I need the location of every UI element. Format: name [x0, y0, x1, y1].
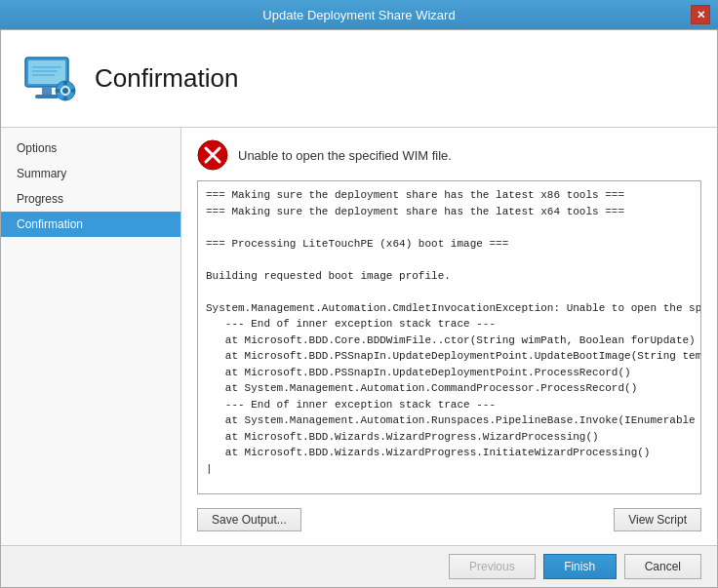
dialog: Confirmation Options Summary Progress Co…	[0, 29, 718, 588]
svg-point-9	[62, 88, 68, 94]
sidebar: Options Summary Progress Confirmation	[1, 128, 181, 545]
svg-rect-1	[28, 60, 65, 84]
title-bar-title: Update Deployment Share Wizard	[27, 8, 691, 22]
sidebar-item-options[interactable]: Options	[1, 136, 180, 161]
dialog-body: Options Summary Progress Confirmation Un…	[1, 128, 717, 545]
sidebar-item-progress[interactable]: Progress	[1, 186, 180, 212]
finish-button[interactable]: Finish	[543, 554, 617, 579]
log-area[interactable]: === Making sure the deployment share has…	[197, 180, 701, 494]
svg-rect-13	[71, 89, 75, 93]
dialog-footer: Previous Finish Cancel	[1, 545, 717, 587]
svg-rect-5	[42, 87, 52, 95]
save-output-button[interactable]: Save Output...	[197, 508, 301, 531]
error-icon	[197, 139, 228, 171]
view-script-button[interactable]: View Script	[614, 508, 701, 531]
error-message: Unable to open the specified WIM file.	[238, 148, 452, 163]
svg-rect-11	[63, 97, 67, 100]
computer-icon	[20, 50, 79, 108]
title-bar: Update Deployment Share Wizard ✕	[0, 0, 718, 29]
svg-rect-12	[56, 89, 60, 93]
content-area: Unable to open the specified WIM file. =…	[181, 128, 717, 545]
svg-rect-6	[35, 95, 59, 98]
close-button[interactable]: ✕	[691, 5, 710, 24]
bottom-buttons-row: Save Output... View Script	[197, 504, 701, 533]
sidebar-item-summary[interactable]: Summary	[1, 161, 180, 186]
header-title: Confirmation	[95, 63, 238, 94]
previous-button[interactable]: Previous	[449, 554, 536, 579]
error-row: Unable to open the specified WIM file.	[197, 139, 701, 171]
cancel-button[interactable]: Cancel	[624, 554, 701, 579]
svg-rect-10	[63, 81, 67, 85]
sidebar-item-confirmation[interactable]: Confirmation	[1, 212, 180, 237]
dialog-header: Confirmation	[1, 30, 717, 128]
